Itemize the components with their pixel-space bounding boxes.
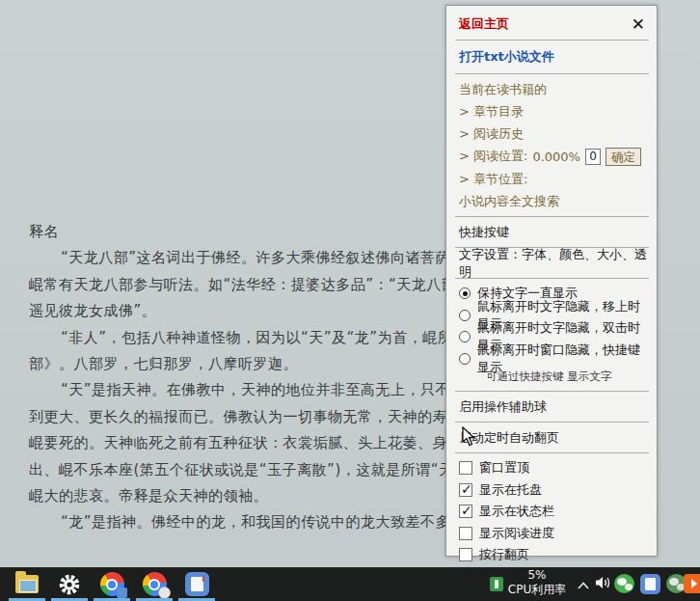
divider [455,40,649,41]
checkbox-page-by-line[interactable]: 按行翻页 [459,544,651,566]
reading-position-input[interactable] [585,149,601,165]
reading-position-row: > 阅读位置: 0.000% 确定 [459,145,651,168]
menu-assist-ball[interactable]: 启用操作辅助球 [459,396,651,418]
panel-title-back-home[interactable]: 返回主页 [459,15,509,33]
radio-icon[interactable] [459,287,471,299]
checkbox-icon[interactable] [459,505,472,518]
menu-fulltext-search[interactable]: 小说内容全文搜索 [459,190,651,212]
cpu-percent: 5% [499,568,575,583]
menu-chapter-position[interactable]: > 章节位置: [459,168,651,190]
checkbox-label: 显示在托盘 [479,481,542,499]
current-book-label: 当前在读书籍的 [459,78,651,100]
close-icon[interactable]: ✕ [632,16,645,33]
tray-reader-app-icon[interactable] [640,574,660,594]
radio-hide-window-show-on-hotkey[interactable]: 鼠标离开时窗口隐藏，快捷键显示 [459,348,651,370]
checkbox-show-in-tray[interactable]: 显示在托盘 [459,479,651,502]
system-tray: 5% CPU利用率 [0,567,700,601]
chevron-up-icon[interactable] [577,576,590,594]
radio-icon[interactable] [459,331,471,342]
checkbox-icon[interactable] [459,548,472,561]
checkbox-show-in-statusbar[interactable]: 显示在状态栏 [459,501,651,523]
checkbox-label: 显示阅读进度 [479,525,554,542]
reading-position-label: > 阅读位置: [459,148,527,165]
divider [455,391,649,392]
menu-reading-history[interactable]: > 阅读历史 [459,123,651,145]
confirm-button[interactable]: 确定 [606,148,641,166]
checkbox-icon[interactable] [459,461,472,475]
checkbox-label: 按行翻页 [479,546,529,563]
video-app-icon[interactable] [684,574,700,593]
divider [455,73,649,74]
checkbox-label: 窗口置顶 [479,459,529,477]
checkbox-label: 显示在状态栏 [479,503,554,520]
mouse-cursor [462,426,477,451]
speaker-icon[interactable] [595,575,612,594]
menu-text-settings[interactable]: 文字设置：字体、颜色、大小、透明 [459,252,651,274]
wechat-icon[interactable] [614,574,634,593]
taskbar: 5% CPU利用率 [0,567,700,601]
radio-icon[interactable] [459,353,471,365]
reading-position-value: 0.000% [532,150,580,164]
menu-auto-page-turn[interactable]: 启动定时自动翻页 [459,426,651,449]
divider [455,216,649,217]
reader-settings-panel: 返回主页 ✕ 打开txt小说文件 当前在读书籍的 > 章节目录 > 阅读历史 >… [445,5,658,557]
divider [455,422,649,423]
menu-chapter-list[interactable]: > 章节目录 [459,100,651,123]
checkbox-icon[interactable] [459,527,472,540]
cpu-meter[interactable]: 5% CPU利用率 [499,568,575,597]
cpu-label: CPU利用率 [499,583,575,597]
open-txt-file-button[interactable]: 打开txt小说文件 [459,44,651,69]
checkbox-icon[interactable] [459,483,472,497]
radio-icon[interactable] [459,310,471,321]
divider [455,452,649,453]
checkbox-show-reading-progress[interactable]: 显示阅读进度 [459,523,651,545]
checkbox-window-on-top[interactable]: 窗口置顶 [459,457,651,479]
menu-hotkeys[interactable]: 快捷按键 [459,221,651,243]
open-txt-file-label: 打开txt小说文件 [459,48,554,66]
